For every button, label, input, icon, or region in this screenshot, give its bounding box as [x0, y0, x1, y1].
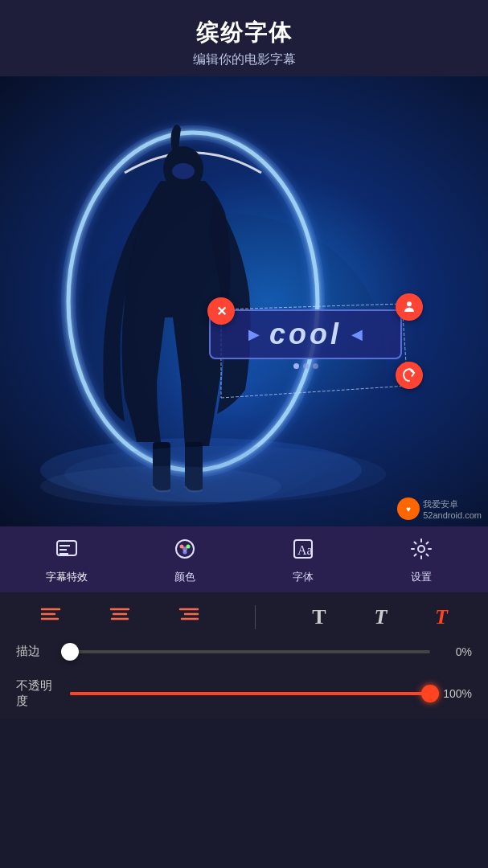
- page-subtitle: 编辑你的电影字幕: [0, 51, 488, 68]
- stroke-label: 描边: [16, 644, 60, 659]
- tab-font-label: 字体: [293, 570, 314, 584]
- watermark: ♥ 我爱安卓 52android.com: [397, 497, 482, 520]
- settings-icon: [410, 538, 433, 566]
- text-arrow-right-icon: ◀: [351, 326, 363, 343]
- tab-settings-label: 设置: [411, 570, 432, 584]
- text-arrow-left-icon: ▶: [248, 326, 260, 343]
- tab-settings[interactable]: 设置: [362, 538, 480, 584]
- align-row: T T T: [0, 600, 488, 634]
- font-icon: Aa: [292, 538, 314, 566]
- tab-subtitle-label: 字幕特效: [46, 570, 88, 584]
- subtitle-effect-icon: [55, 538, 78, 566]
- text-style-italic-icon[interactable]: T: [374, 605, 387, 629]
- tabs-row: 字幕特效 颜色 Aa 字体: [0, 526, 488, 592]
- tab-color-label: 颜色: [174, 570, 195, 584]
- page-title: 缤纷字体: [0, 18, 488, 48]
- watermark-badge: ♥: [397, 497, 420, 520]
- svg-point-23: [182, 547, 187, 551]
- rotate-handle[interactable]: [396, 362, 423, 389]
- align-divider: [255, 605, 256, 629]
- svg-text:Aa: Aa: [297, 543, 313, 557]
- controls-panel: T T T 描边 0% 不透明度 100%: [0, 592, 488, 719]
- svg-line-9: [221, 386, 408, 398]
- opacity-value: 100%: [440, 687, 472, 700]
- align-left-icon[interactable]: [40, 606, 61, 628]
- dot-1: [293, 363, 299, 369]
- tab-color[interactable]: 颜色: [126, 538, 244, 584]
- align-center-icon[interactable]: [109, 606, 130, 628]
- color-icon: [174, 538, 196, 566]
- header: 缤纷字体 编辑你的电影字幕: [0, 0, 488, 76]
- opacity-track[interactable]: [70, 692, 430, 695]
- dot-2: [303, 363, 309, 369]
- text-dots: [209, 363, 402, 369]
- svg-line-8: [221, 304, 402, 309]
- align-right-icon[interactable]: [178, 606, 199, 628]
- tab-font[interactable]: Aa 字体: [244, 538, 363, 584]
- person-handle[interactable]: [396, 293, 423, 321]
- text-overlay-box[interactable]: ▶ cool ◀: [209, 309, 402, 369]
- svg-point-4: [163, 146, 203, 191]
- svg-point-14: [407, 301, 412, 306]
- svg-rect-7: [185, 442, 203, 490]
- text-style-italic-red-icon[interactable]: T: [435, 605, 448, 629]
- watermark-line1: 我爱安卓: [423, 498, 458, 510]
- svg-point-12: [64, 446, 386, 502]
- tab-subtitle-effect[interactable]: 字幕特效: [8, 538, 126, 584]
- svg-point-3: [68, 133, 318, 470]
- canvas-area: ▶ cool ◀ ✕ ♥ 我爱安卓 52android.com: [0, 76, 488, 526]
- opacity-label: 不透明度: [16, 678, 60, 709]
- svg-point-13: [40, 466, 281, 506]
- opacity-thumb[interactable]: [421, 685, 439, 702]
- stroke-slider-row: 描边 0%: [0, 634, 488, 669]
- text-content: cool: [269, 317, 342, 351]
- stroke-value: 0%: [440, 645, 472, 658]
- opacity-fill: [70, 692, 430, 695]
- svg-point-1: [40, 438, 362, 502]
- svg-point-5: [172, 163, 195, 179]
- text-box: ▶ cool ◀: [209, 309, 402, 359]
- stroke-thumb[interactable]: [61, 643, 79, 661]
- svg-point-2: [68, 133, 318, 470]
- stroke-track[interactable]: [70, 650, 430, 653]
- bottom-panel: 字幕特效 颜色 Aa 字体: [0, 526, 488, 719]
- close-handle[interactable]: ✕: [207, 297, 235, 325]
- svg-point-26: [418, 546, 424, 552]
- opacity-slider-row: 不透明度 100%: [0, 669, 488, 719]
- dot-3: [313, 363, 318, 369]
- svg-rect-6: [153, 442, 170, 490]
- watermark-line2: 52android.com: [423, 510, 482, 520]
- text-style-normal-icon[interactable]: T: [312, 605, 326, 629]
